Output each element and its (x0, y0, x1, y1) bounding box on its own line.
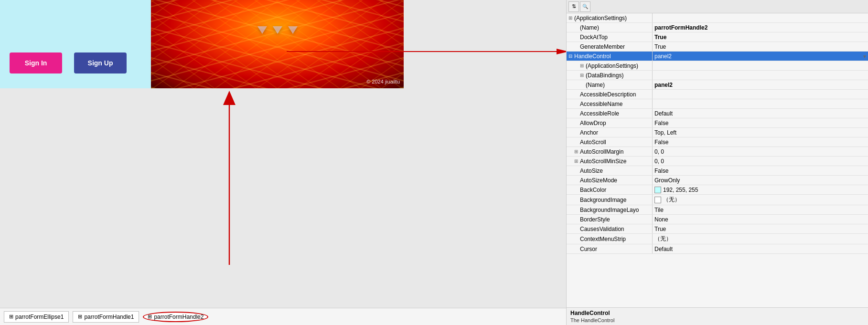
prop-row-accessible-name[interactable]: AccessibleName (567, 99, 868, 109)
tab-bar: ⊞ parrotFormEllipse1 ⊞ parrotFormHandle1… (0, 308, 566, 325)
prop-name-accessible-description: AccessibleDescription (567, 90, 653, 99)
sign-in-button[interactable]: Sign In (10, 52, 62, 73)
prop-row-context-menu-strip[interactable]: ContextMenuStrip （无） (567, 234, 868, 244)
prop-value-autosize-mode: GrowOnly (653, 176, 868, 185)
tab-icon-3: ⊞ (148, 314, 152, 320)
search-icon: 🔍 (582, 4, 588, 9)
handle-control-expand-icon: ⊟ (568, 53, 572, 59)
prop-row-autosize-mode[interactable]: AutoSizeMode GrowOnly (567, 176, 868, 185)
prop-row-border-style[interactable]: BorderStyle None (567, 215, 868, 224)
prop-name-autosize: AutoSize (567, 166, 653, 175)
prop-name-handle-control: ⊟ HandleControl (567, 52, 653, 61)
prop-name-background-image-layout: BackgroundImageLayo (567, 205, 653, 214)
prop-name-databindings: ⊞ (DataBindings) (567, 71, 653, 80)
prop-row-name[interactable]: (Name) parrotFormHandle2 (567, 23, 868, 32)
prop-name-autosize-mode: AutoSizeMode (567, 176, 653, 185)
prop-row-autoscroll-margin[interactable]: ⊞ AutoScrollMargin 0, 0 (567, 147, 868, 157)
tab-parrotFormEllipse1[interactable]: ⊞ parrotFormEllipse1 (4, 311, 69, 323)
expand-icon-margin: ⊞ (574, 149, 578, 154)
prop-value-causes-validation: True (653, 224, 868, 233)
sort-button[interactable]: ⇅ (568, 1, 579, 12)
prop-value-allow-drop: False (653, 118, 868, 127)
prop-value-background-image-layout: Tile (653, 205, 868, 214)
prop-row-accessible-role[interactable]: AccessibleRole Default (567, 109, 868, 118)
prop-name-name: (Name) (567, 23, 653, 32)
prop-row-backcolor[interactable]: BackColor 192, 255, 255 (567, 185, 868, 195)
prop-row-application-settings-top[interactable]: ⊞ (ApplicationSettings) (567, 13, 868, 23)
prop-name-context-menu-strip: ContextMenuStrip (567, 234, 653, 244)
prop-value-autoscroll: False (653, 137, 868, 147)
prop-name-allow-drop: AllowDrop (567, 118, 653, 127)
panel-footer: HandleControl The HandleControl (567, 307, 868, 325)
prop-value-autoscroll-minsize: 0, 0 (653, 157, 868, 166)
expand-icon: ⊞ (568, 15, 572, 21)
prop-row-handle-control[interactable]: ⊟ HandleControl panel2 ▼ (567, 52, 868, 61)
prop-value-cursor: Default (653, 244, 868, 253)
design-canvas: Sign In Sign Up © 2024 jiuailtu (0, 0, 566, 325)
arrow-down-icon-1 (257, 26, 267, 34)
tab-parrotFormHandle1[interactable]: ⊞ parrotFormHandle1 (73, 311, 139, 323)
prop-value-backcolor: 192, 255, 255 (653, 185, 868, 194)
prop-value-background-image: （无） (653, 195, 868, 205)
prop-name-accessible-name: AccessibleName (567, 99, 653, 108)
sign-up-button[interactable]: Sign Up (74, 52, 127, 73)
prop-value-anchor: Top, Left (653, 128, 868, 137)
prop-value-generate-member: True (653, 42, 868, 51)
prop-value-dockat-top: True (653, 32, 868, 42)
prop-name-causes-validation: CausesValidation (567, 224, 653, 233)
prop-name-anchor: Anchor (567, 128, 653, 137)
prop-name-autoscroll-minsize: ⊞ AutoScrollMinSize (567, 157, 653, 166)
prop-value-autoscroll-margin: 0, 0 (653, 147, 868, 156)
prop-row-application-settings-nested[interactable]: ⊞ (ApplicationSettings) (567, 61, 868, 71)
properties-table[interactable]: ⊞ (ApplicationSettings) (Name) parrotFor… (567, 13, 868, 307)
prop-row-generate-member[interactable]: GenerateMember True (567, 42, 868, 52)
bg-image-swatch (654, 197, 661, 203)
prop-row-allow-drop[interactable]: AllowDrop False (567, 118, 868, 128)
prop-row-autoscroll-minsize[interactable]: ⊞ AutoScrollMinSize 0, 0 (567, 157, 868, 166)
prop-row-dockat-top[interactable]: DockAtTop True (567, 32, 868, 42)
prop-name-accessible-role: AccessibleRole (567, 109, 653, 118)
prop-name-application-settings-top: ⊞ (ApplicationSettings) (567, 13, 653, 22)
prop-name-background-image: BackgroundImage (567, 195, 653, 205)
arrow-down-icon-3 (288, 26, 298, 34)
prop-row-autosize[interactable]: AutoSize False (567, 166, 868, 176)
prop-name-dockat-top: DockAtTop (567, 32, 653, 42)
prop-name-name-panel2: (Name) (567, 80, 653, 89)
prop-value-accessible-role: Default (653, 109, 868, 118)
prop-name-autoscroll: AutoScroll (567, 137, 653, 147)
prop-row-databindings[interactable]: ⊞ (DataBindings) (567, 71, 868, 80)
arrow-down-icon-2 (273, 26, 282, 34)
tab-label-1: parrotFormEllipse1 (15, 314, 64, 320)
prop-row-cursor[interactable]: Cursor Default (567, 244, 868, 254)
svg-marker-3 (557, 49, 566, 54)
sort-icon: ⇅ (572, 3, 576, 10)
prop-value-application-settings-top (653, 13, 868, 22)
tab-icon-2: ⊞ (78, 314, 82, 320)
tab-label-2: parrotFormHandle1 (84, 314, 134, 320)
prop-name-backcolor: BackColor (567, 185, 653, 194)
prop-row-background-image[interactable]: BackgroundImage （无） (567, 195, 868, 205)
prop-name-application-settings-nested: ⊞ (ApplicationSettings) (567, 61, 653, 70)
expand-icon-nested: ⊞ (580, 63, 584, 68)
footer-description: The HandleControl (570, 317, 864, 323)
main-area: Sign In Sign Up © 2024 jiuailtu (0, 0, 868, 325)
banner-copyright: © 2024 jiuailtu (366, 79, 400, 84)
prop-value-name: parrotFormHandle2 (653, 23, 868, 32)
prop-row-background-image-layout[interactable]: BackgroundImageLayo Tile (567, 205, 868, 215)
prop-value-handle-control[interactable]: panel2 ▼ (653, 52, 868, 61)
prop-row-anchor[interactable]: Anchor Top, Left (567, 128, 868, 137)
prop-name-autoscroll-margin: ⊞ AutoScrollMargin (567, 147, 653, 156)
prop-row-autoscroll[interactable]: AutoScroll False (567, 137, 868, 147)
prop-row-causes-validation[interactable]: CausesValidation True (567, 224, 868, 234)
prop-row-name-panel2[interactable]: (Name) panel2 (567, 80, 868, 90)
tab-parrotFormHandle2[interactable]: ⊞ parrotFormHandle2 (143, 312, 208, 322)
prop-value-accessible-name (653, 99, 868, 108)
prop-row-accessible-description[interactable]: AccessibleDescription (567, 90, 868, 99)
properties-panel: ⇅ 🔍 ⊞ (ApplicationSettings) (Name) parro… (566, 0, 868, 325)
prop-value-application-settings-nested (653, 61, 868, 70)
dropdown-arrow[interactable]: ▼ (862, 53, 867, 59)
footer-title: HandleControl (570, 310, 864, 316)
prop-value-autosize: False (653, 166, 868, 175)
banner-image: © 2024 jiuailtu (151, 0, 404, 88)
search-button[interactable]: 🔍 (580, 1, 590, 12)
